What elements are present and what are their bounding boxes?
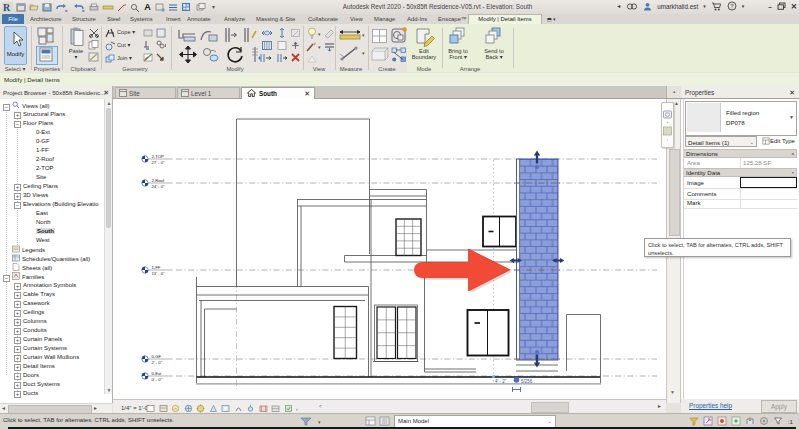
svg-text:27' - 0": 27' - 0" <box>152 160 166 165</box>
svg-text:R: R <box>3 2 11 13</box>
svg-text:0-GF: 0-GF <box>152 354 162 359</box>
svg-text:2-TOP: 2-TOP <box>152 154 164 159</box>
svg-text:24' - 0": 24' - 0" <box>152 184 166 189</box>
svg-text:4' - 2": 4' - 2" <box>495 379 507 384</box>
svg-text:13' - 0": 13' - 0" <box>152 271 166 276</box>
svg-text:0-Ext: 0-Ext <box>152 371 163 376</box>
svg-text:2' - 0": 2' - 0" <box>152 360 163 365</box>
svg-text:1-FF: 1-FF <box>152 265 161 270</box>
svg-text:0' - 0": 0' - 0" <box>152 377 163 382</box>
svg-text:2-Roof: 2-Roof <box>152 178 165 183</box>
svg-text:?: ? <box>730 3 734 9</box>
svg-text:5/256: 5/256 <box>521 379 533 384</box>
